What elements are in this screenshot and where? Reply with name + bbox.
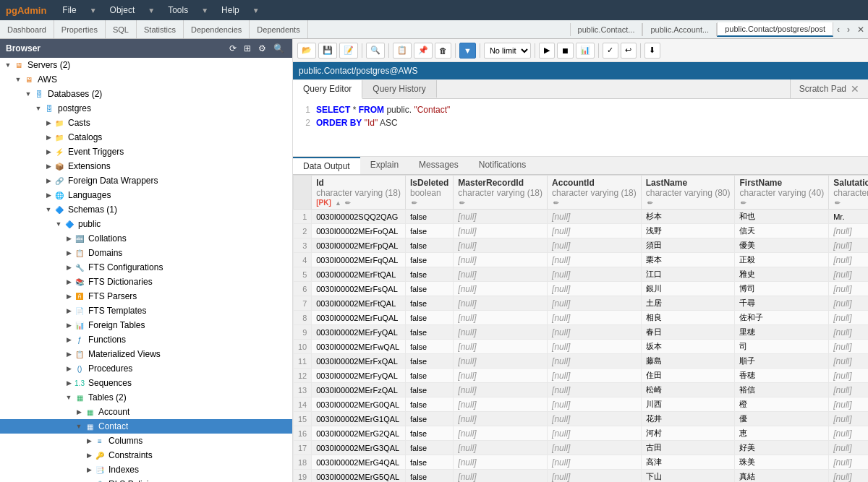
tab-close-btn[interactable]: ✕	[854, 23, 868, 36]
tree-item-schemas[interactable]: ▼ 🔷 Schemas (1)	[0, 202, 292, 217]
tree-item-fts-parsers[interactable]: ▶ 🅰 FTS Parsers	[0, 289, 292, 304]
tab-query-editor[interactable]: Query Editor	[293, 80, 362, 99]
open-file-btn[interactable]: 📂	[297, 43, 316, 59]
tree-item-account[interactable]: ▶ ▦ Account	[0, 405, 292, 419]
tree-item-postgres[interactable]: ▼ 🗄 postgres	[0, 101, 292, 116]
tree-item-indexes[interactable]: ▶ 📑 Indexes	[0, 462, 292, 477]
tree-item-casts[interactable]: ▶ 📁 Casts	[0, 116, 292, 130]
tree-item-tables[interactable]: ▼ ▦ Tables (2)	[0, 390, 292, 405]
tab-messages[interactable]: Messages	[409, 157, 469, 174]
edit-icon-accountid[interactable]: ✏	[553, 199, 559, 207]
tree-toggle-collations[interactable]: ▶	[64, 233, 74, 244]
menu-object[interactable]: Object	[106, 4, 140, 17]
tree-item-languages[interactable]: ▶ 🌐 Languages	[0, 188, 292, 202]
tree-item-materialized[interactable]: ▶ 📋 Materialized Views	[0, 347, 292, 361]
tree-toggle-databases[interactable]: ▼	[23, 89, 33, 99]
tree-item-catalogs[interactable]: ▶ 📁 Catalogs	[0, 130, 292, 145]
col-header-salutation[interactable]: Salutation character ✏	[829, 176, 868, 210]
tree-toggle-foreign-tables[interactable]: ▶	[64, 320, 74, 330]
edit-icon-id[interactable]: ✏	[345, 199, 351, 207]
col-header-lastname[interactable]: LastName character varying (80) ✏	[641, 176, 735, 210]
sort-icon-id[interactable]: ▲	[335, 199, 341, 207]
tree-item-aws[interactable]: ▼ 🖥 AWS	[0, 72, 292, 87]
tab-account[interactable]: public.Account...	[642, 23, 717, 36]
tree-toggle-procedures[interactable]: ▶	[64, 363, 74, 374]
tree-item-fts-config[interactable]: ▶ 🔧 FTS Configurations	[0, 260, 292, 275]
tree-item-fdw[interactable]: ▶ 🔗 Foreign Data Wrappers	[0, 173, 292, 188]
tree-toggle-public[interactable]: ▼	[54, 219, 64, 229]
edit-icon-isdeleted[interactable]: ✏	[412, 199, 417, 207]
col-header-firstname[interactable]: FirstName character varying (40) ✏	[735, 176, 829, 210]
tab-dependents[interactable]: Dependents	[250, 20, 307, 38]
menu-file[interactable]: File	[58, 4, 80, 17]
tree-item-extensions[interactable]: ▶ 📦 Extensions	[0, 159, 292, 173]
find-btn[interactable]: 🔍	[366, 43, 385, 59]
copy-btn[interactable]: 📋	[393, 43, 412, 59]
col-header-isdeleted[interactable]: IsDeleted boolean ✏	[405, 176, 453, 210]
tree-item-columns[interactable]: ▶ ≡ Columns	[0, 434, 292, 448]
tree-toggle-fts-config[interactable]: ▶	[64, 262, 74, 272]
tab-sql[interactable]: SQL	[106, 20, 137, 38]
tree-toggle-casts[interactable]: ▶	[43, 118, 54, 128]
tree-toggle-account[interactable]: ▶	[74, 407, 84, 417]
sidebar-grid-btn[interactable]: ⊞	[242, 43, 253, 54]
tab-dashboard[interactable]: Dashboard	[0, 20, 54, 38]
edit-icon-lastname[interactable]: ✏	[647, 199, 653, 207]
tree-item-sequences[interactable]: ▶ 1.3 Sequences	[0, 376, 292, 390]
tree-toggle-rls[interactable]: ▶	[84, 479, 94, 482]
tree-toggle-fts-templates[interactable]: ▶	[64, 306, 74, 316]
tab-dependencies[interactable]: Dependencies	[184, 20, 250, 38]
tab-data-output[interactable]: Data Output	[293, 157, 360, 174]
sidebar-search-btn[interactable]: 🔍	[271, 43, 286, 54]
tree-toggle-servers[interactable]: ▼	[3, 60, 13, 70]
sql-editor[interactable]: 1 SELECT * FROM public. "Contact" 2 ORDE…	[293, 99, 868, 157]
tab-contact-1[interactable]: public.Contact...	[570, 23, 643, 36]
edit-icon-masterrecordid[interactable]: ✏	[459, 199, 465, 207]
filter-btn[interactable]: ▼	[459, 43, 476, 59]
tree-toggle-languages[interactable]: ▶	[43, 190, 54, 200]
tree-toggle-catalogs[interactable]: ▶	[43, 132, 54, 142]
menu-help[interactable]: Help	[217, 4, 244, 17]
paste-btn[interactable]: 📌	[414, 43, 433, 59]
tree-toggle-aws[interactable]: ▼	[13, 74, 23, 85]
scratch-pad-close-btn[interactable]: ✕	[851, 83, 859, 95]
tree-item-public[interactable]: ▼ 🔷 public	[0, 217, 292, 231]
tree-toggle-fts-dict[interactable]: ▶	[64, 277, 74, 287]
tree-item-foreign-tables[interactable]: ▶ 📊 Foreign Tables	[0, 318, 292, 332]
col-header-masterrecordid[interactable]: MasterRecordId character varying (18) ✏	[454, 176, 548, 210]
tree-toggle-extensions[interactable]: ▶	[43, 161, 54, 171]
tab-notifications[interactable]: Notifications	[469, 157, 536, 174]
tree-item-fts-templates[interactable]: ▶ 📄 FTS Templates	[0, 304, 292, 318]
tree-toggle-event-triggers[interactable]: ▶	[43, 147, 54, 157]
tab-next-btn[interactable]: ›	[843, 23, 854, 36]
tree-item-constraints[interactable]: ▶ 🔑 Constraints	[0, 448, 292, 462]
tree-item-fts-dict[interactable]: ▶ 📚 FTS Dictionaries	[0, 275, 292, 289]
tree-toggle-contact[interactable]: ▼	[74, 421, 84, 431]
tree-toggle-domains[interactable]: ▶	[64, 248, 74, 258]
tree-item-databases[interactable]: ▼ 🗄 Databases (2)	[0, 87, 292, 101]
tree-item-event-triggers[interactable]: ▶ ⚡ Event Triggers	[0, 145, 292, 159]
tree-item-procedures[interactable]: ▶ () Procedures	[0, 361, 292, 376]
tab-contact-query[interactable]: public.Contact/postgres/post	[717, 22, 833, 37]
sidebar-refresh-btn[interactable]: ⟳	[227, 43, 239, 54]
tree-item-rls-policies[interactable]: ▶ 🔒 RLS Policies	[0, 477, 292, 482]
sidebar-settings-btn[interactable]: ⚙	[256, 43, 268, 54]
tree-toggle-sequences[interactable]: ▶	[64, 378, 74, 388]
tree-toggle-schemas[interactable]: ▼	[43, 205, 54, 215]
edit-icon-firstname[interactable]: ✏	[741, 199, 746, 207]
tab-statistics[interactable]: Statistics	[137, 20, 184, 38]
menu-tools[interactable]: Tools	[163, 4, 192, 17]
tree-toggle-fts-parsers[interactable]: ▶	[64, 291, 74, 301]
tree-toggle-functions[interactable]: ▶	[64, 335, 74, 345]
data-table-container[interactable]: Id character varying (18) [PK] ▲ ✏ IsDel…	[293, 175, 868, 482]
tree-toggle-columns[interactable]: ▶	[84, 436, 94, 446]
tree-toggle-fdw[interactable]: ▶	[43, 176, 54, 186]
execute-btn[interactable]: ▶	[539, 43, 555, 59]
stop-btn[interactable]: ⏹	[557, 43, 574, 59]
tree-toggle-postgres[interactable]: ▼	[33, 103, 43, 113]
download-btn[interactable]: ⬇	[644, 43, 660, 59]
delete-btn[interactable]: 🗑	[435, 43, 451, 59]
col-header-id[interactable]: Id character varying (18) [PK] ▲ ✏	[312, 176, 406, 210]
save-as-btn[interactable]: 📝	[339, 43, 358, 59]
tree-item-functions[interactable]: ▶ ƒ Functions	[0, 332, 292, 347]
